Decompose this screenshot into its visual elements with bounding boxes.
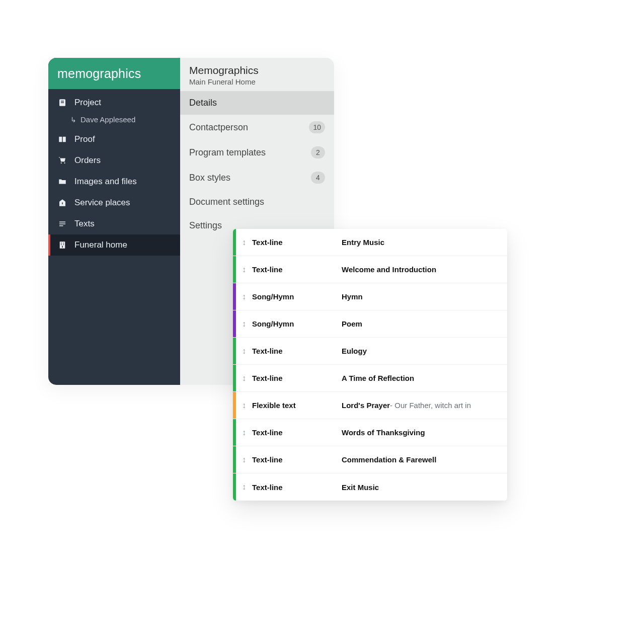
svg-rect-2 [61, 102, 64, 103]
drag-handle-icon[interactable]: ↕ [236, 365, 252, 391]
files-icon [57, 177, 67, 187]
program-row[interactable]: ↕ Text-line Words of Thanksgiving [233, 419, 507, 446]
program-row[interactable]: ↕ Text-line Commendation & Farewell [233, 446, 507, 473]
row-type: Text-line [252, 473, 342, 501]
drag-handle-icon[interactable]: ↕ [236, 392, 252, 419]
tab-box-styles[interactable]: Box styles 4 [180, 165, 334, 190]
drag-handle-icon[interactable]: ↕ [236, 310, 252, 337]
row-type: Text-line [252, 446, 342, 473]
subitem-arrow-icon: ↳ [70, 116, 76, 124]
row-title: Commendation & Farewell [342, 446, 507, 473]
drag-handle-icon[interactable]: ↕ [236, 229, 252, 256]
sidebar-item-service-places[interactable]: Service places [48, 192, 180, 213]
program-row[interactable]: ↕ Song/Hymn Hymn [233, 283, 507, 310]
row-title: Poem [342, 310, 507, 337]
drag-handle-icon[interactable]: ↕ [236, 256, 252, 283]
row-title: Words of Thanksgiving [342, 419, 507, 446]
sidebar-item-project[interactable]: Project [48, 92, 180, 113]
sidebar-item-label: Funeral home [74, 240, 127, 250]
drag-handle-icon[interactable]: ↕ [236, 473, 252, 501]
svg-rect-3 [62, 202, 63, 204]
row-title: Eulogy [342, 338, 507, 364]
tab-label: Contactperson [189, 122, 248, 133]
program-row[interactable]: ↕ Text-line Welcome and Introduction [233, 256, 507, 283]
drag-handle-icon[interactable]: ↕ [236, 419, 252, 446]
funeral-home-icon [57, 240, 67, 250]
orders-icon [57, 155, 67, 166]
row-title: Entry Music [342, 229, 507, 256]
program-row[interactable]: ↕ Text-line Entry Music [233, 229, 507, 256]
tab-badge: 10 [309, 121, 325, 133]
sidebar-item-orders[interactable]: Orders [48, 150, 180, 171]
program-row[interactable]: ↕ Text-line A Time of Reflection [233, 365, 507, 392]
drag-handle-icon[interactable]: ↕ [236, 338, 252, 364]
sidebar-item-images[interactable]: Images and files [48, 171, 180, 192]
panel-header: Memographics Main Funeral Home [180, 58, 334, 91]
sidebar-item-texts[interactable]: Texts [48, 213, 180, 234]
sidebar-item-proof[interactable]: Proof [48, 129, 180, 150]
program-row[interactable]: ↕ Text-line Eulogy [233, 338, 507, 365]
tab-badge: 2 [311, 146, 325, 158]
row-type: Text-line [252, 229, 342, 256]
row-type: Text-line [252, 338, 342, 364]
svg-rect-7 [63, 245, 64, 246]
svg-rect-5 [63, 243, 64, 244]
tab-list: Details Contactperson 10 Program templat… [180, 91, 334, 237]
nav-list: Project ↳ Dave Appleseed Proof Orders [48, 89, 180, 256]
row-type: Song/Hymn [252, 283, 342, 310]
tab-badge: 4 [311, 172, 325, 184]
tab-label: Program templates [189, 147, 266, 158]
svg-rect-6 [61, 245, 62, 246]
row-type: Song/Hymn [252, 310, 342, 337]
program-row[interactable]: ↕ Song/Hymn Poem [233, 310, 507, 338]
drag-handle-icon[interactable]: ↕ [236, 283, 252, 310]
row-type: Text-line [252, 256, 342, 283]
brand-text: memographics [57, 66, 141, 81]
sidebar-item-label: Project [74, 98, 101, 108]
drag-handle-icon[interactable]: ↕ [236, 446, 252, 473]
brand-header: memographics [48, 58, 180, 89]
row-type: Text-line [252, 365, 342, 391]
places-icon [57, 198, 67, 208]
tab-document-settings[interactable]: Document settings [180, 190, 334, 214]
project-icon [57, 98, 67, 108]
row-title: A Time of Reflection [342, 365, 507, 391]
tab-details[interactable]: Details [180, 91, 334, 115]
row-title: Welcome and Introduction [342, 256, 507, 283]
panel-subtitle: Main Funeral Home [189, 77, 325, 86]
panel-title: Memographics [189, 64, 325, 76]
sidebar-item-label: Orders [74, 155, 101, 166]
texts-icon [57, 219, 67, 229]
tab-contactperson[interactable]: Contactperson 10 [180, 115, 334, 140]
sidebar-subitem-label: Dave Appleseed [80, 115, 135, 124]
row-title: Exit Music [342, 473, 507, 501]
svg-rect-4 [61, 243, 62, 244]
proof-icon [57, 134, 67, 144]
svg-rect-1 [61, 101, 64, 102]
tab-label: Box styles [189, 173, 230, 183]
sidebar-item-label: Images and files [74, 177, 137, 187]
row-title: Lord's Prayer - Our Father, witch art in [342, 392, 507, 419]
sidebar-item-label: Texts [74, 219, 95, 229]
tab-program-templates[interactable]: Program templates 2 [180, 140, 334, 165]
sidebar-item-label: Service places [74, 198, 130, 208]
sidebar: memographics Project ↳ Dave Appleseed Pr… [48, 58, 180, 385]
tab-label: Document settings [189, 197, 264, 207]
row-type: Text-line [252, 419, 342, 446]
program-row[interactable]: ↕ Flexible text Lord's Prayer - Our Fath… [233, 392, 507, 419]
row-title: Hymn [342, 283, 507, 310]
program-row[interactable]: ↕ Text-line Exit Music [233, 473, 507, 501]
sidebar-subitem-project-person[interactable]: ↳ Dave Appleseed [48, 113, 180, 129]
sidebar-item-funeral-home[interactable]: Funeral home [48, 234, 180, 256]
svg-rect-8 [62, 246, 63, 248]
sidebar-item-label: Proof [74, 134, 95, 144]
tab-label: Details [189, 98, 217, 108]
program-list: ↕ Text-line Entry Music ↕ Text-line Welc… [233, 229, 507, 501]
tab-label: Settings [189, 220, 222, 231]
row-type: Flexible text [252, 392, 342, 419]
